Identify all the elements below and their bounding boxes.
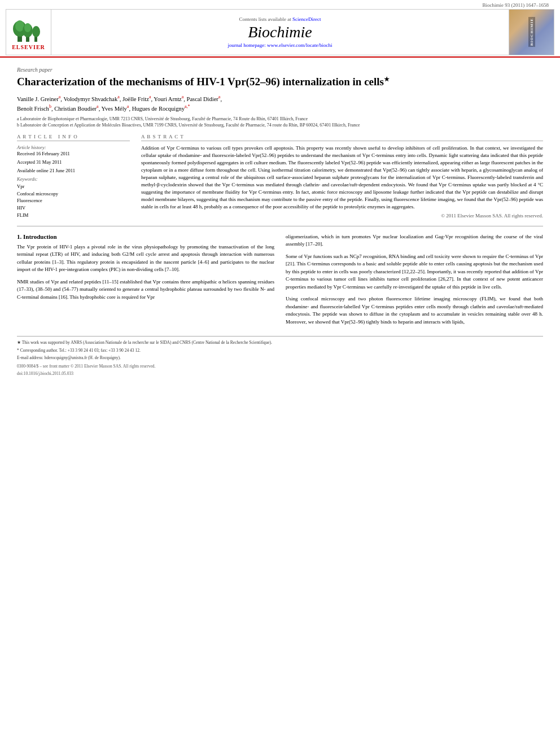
journal-header-inner: ELSEVIER Contents lists available at Sci… bbox=[6, 9, 554, 55]
biochimie-thumb-label: BIOCHIMIE bbox=[528, 17, 535, 47]
intro-para2: NMR studies of Vpr and related peptides … bbox=[17, 278, 274, 302]
science-direct-link[interactable]: ScienceDirect bbox=[292, 16, 321, 22]
affiliations: a Laboratoire de Biophotonique et Pharma… bbox=[17, 116, 543, 128]
footnote-area: ★ This work was supported by ANRS (Assoc… bbox=[17, 336, 543, 376]
available-value: Available online 21 June 2011 bbox=[17, 168, 130, 173]
svg-point-7 bbox=[32, 26, 40, 37]
biochimie-thumb-image: BIOCHIMIE bbox=[509, 10, 554, 55]
right-para2: Some of Vpr functions such as NCp7 recog… bbox=[286, 253, 543, 291]
article-history-label: Article history: bbox=[17, 145, 130, 150]
elsevier-logo: ELSEVIER bbox=[6, 10, 51, 55]
copyright-line: © 2011 Elsevier Masson SAS. All rights r… bbox=[141, 213, 543, 219]
intro-section-title: 1. Introduction bbox=[17, 233, 274, 240]
abstract-column: A B S T R A C T Addition of Vpr C-termin… bbox=[141, 134, 543, 219]
abstract-header: A B S T R A C T bbox=[141, 134, 543, 141]
keyword-hiv: HIV bbox=[17, 204, 130, 212]
journal-center: Contents lists available at ScienceDirec… bbox=[51, 10, 509, 55]
intro-right-col: oligomerization, which in turn promotes … bbox=[286, 233, 543, 331]
keyword-flim: FLIM bbox=[17, 212, 130, 219]
right-para3: Using confocal microscopy and two photon… bbox=[286, 295, 543, 326]
journal-name: Biochimie bbox=[248, 23, 312, 41]
paper-body: Research paper Characterization of the m… bbox=[0, 58, 560, 385]
affil-b: b Laboratoire de Conception et Applicati… bbox=[17, 122, 543, 128]
paper-type: Research paper bbox=[17, 67, 543, 73]
paper-title: Characterization of the mechanisms of HI… bbox=[17, 75, 543, 89]
journal-ref: Biochimie 93 (2011) 1647–1658 bbox=[0, 2, 560, 8]
journal-homepage: journal homepage: www.elsevier.com/locat… bbox=[228, 42, 333, 48]
issn-line: 0300-9084/$ – see front matter © 2011 El… bbox=[17, 364, 543, 369]
elsevier-text: ELSEVIER bbox=[12, 44, 45, 50]
abstract-text: Addition of Vpr C-terminus to various ce… bbox=[141, 145, 543, 211]
right-para1: oligomerization, which in turn promotes … bbox=[286, 233, 543, 248]
journal-thumbnail: BIOCHIMIE bbox=[509, 10, 554, 55]
footnote-email: E-mail address: hderocquigny@unistra.fr … bbox=[17, 355, 543, 361]
doi-line: doi:10.1016/j.biochi.2011.05.033 bbox=[17, 371, 543, 376]
keyword-confocal: Confocal microscopy bbox=[17, 190, 130, 198]
intro-para1: The Vpr protein of HIV-1 plays a pivotal… bbox=[17, 243, 274, 274]
accepted-value: Accepted 31 May 2011 bbox=[17, 159, 130, 165]
keywords-label: Keywords: bbox=[17, 176, 130, 182]
science-direct-line: Contents lists available at ScienceDirec… bbox=[239, 16, 321, 22]
footnote-star: ★ This work was supported by ANRS (Assoc… bbox=[17, 340, 543, 346]
svg-point-5 bbox=[24, 23, 31, 32]
article-info-abstract: A R T I C L E I N F O Article history: R… bbox=[17, 134, 543, 219]
section-divider bbox=[17, 226, 543, 226]
authors: Vanille J. Greinera, Volodymyr Shvadchak… bbox=[17, 94, 543, 113]
journal-header: Biochimie 93 (2011) 1647–1658 ELSEVIER C… bbox=[0, 0, 560, 58]
affil-a: a Laboratoire de Biophotonique et Pharma… bbox=[17, 116, 543, 122]
introduction-section: 1. Introduction The Vpr protein of HIV-1… bbox=[17, 233, 543, 331]
paper-title-star: ★ bbox=[384, 76, 390, 82]
keyword-vpr: Vpr bbox=[17, 183, 130, 190]
article-info-column: A R T I C L E I N F O Article history: R… bbox=[17, 134, 130, 219]
intro-left-col: 1. Introduction The Vpr protein of HIV-1… bbox=[17, 233, 274, 331]
footnote-corresponding: * Corresponding author. Tel.: +33 3 90 2… bbox=[17, 348, 543, 354]
keyword-fluorescence: Fluorescence bbox=[17, 197, 130, 204]
received-value: Received 16 February 2011 bbox=[17, 151, 130, 156]
article-info-header: A R T I C L E I N F O bbox=[17, 134, 130, 141]
elsevier-tree-icon bbox=[12, 15, 46, 43]
